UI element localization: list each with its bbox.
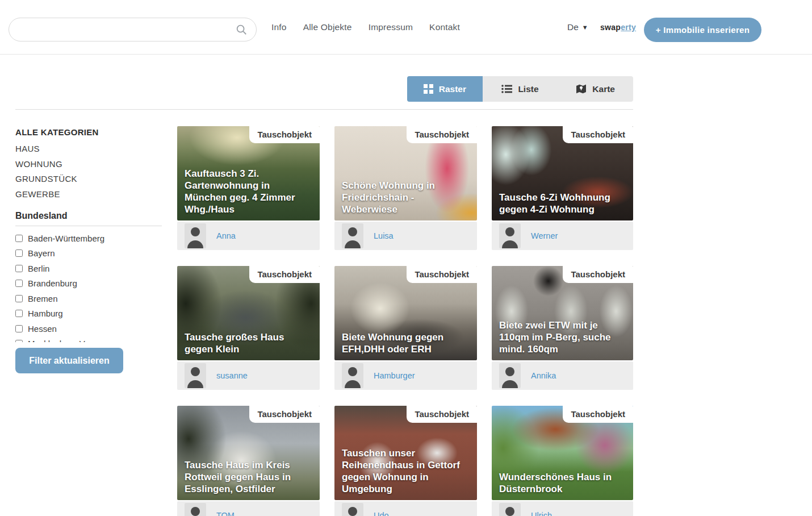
sidebar-item-grundstueck[interactable]: GRUNDSTÜCK [15, 172, 162, 187]
property-title: Biete Wohnung gegen EFH,DHH oder ERH [334, 331, 477, 360]
card-footer: susanne [177, 361, 320, 390]
nav-info[interactable]: Info [271, 22, 287, 32]
property-photo[interactable]: Tauschobjekt Kauftausch 3 Zi. Gartenwohn… [177, 126, 320, 220]
property-title: Tausche 6-Zi Wohhnung gegen 4-Zi Wohnung [492, 192, 633, 220]
username-link[interactable]: Anna [216, 231, 236, 240]
grid-icon [424, 84, 433, 94]
state-checkbox[interactable] [15, 265, 23, 272]
username-link[interactable]: Werner [531, 231, 558, 240]
search-input[interactable] [9, 18, 257, 41]
state-row: Bremen [15, 291, 162, 306]
nav-kontakt[interactable]: Kontakt [429, 22, 460, 32]
state-row: Mecklenburg-Vorpommern [15, 336, 162, 343]
property-title: Schöne Wohnung in Friedrichshain - Weber… [334, 180, 477, 220]
tab-karte[interactable]: Karte [558, 76, 633, 102]
status-badge: Tauschobjekt [249, 266, 320, 283]
card-footer: Annika [492, 361, 633, 390]
state-label: Baden-Württemberg [28, 234, 104, 243]
card-footer: Werner [492, 222, 633, 250]
language-dropdown[interactable]: De ▼ [567, 0, 588, 55]
property-photo[interactable]: Tauschobjekt Biete Wohnung gegen EFH,DHH… [334, 266, 477, 360]
state-checkbox[interactable] [15, 249, 23, 257]
property-card: Tauschobjekt Wunderschönes Haus in Düste… [492, 406, 633, 516]
sidebar-item-wohnung[interactable]: WOHNUNG [15, 157, 162, 172]
state-label: Brandenburg [28, 278, 77, 288]
username-link[interactable]: susanne [216, 371, 248, 380]
username-link[interactable]: TOM [216, 511, 235, 516]
card-footer: Luisa [334, 222, 477, 250]
status-badge: Tauschobjekt [563, 266, 633, 283]
property-photo[interactable]: Tauschobjekt Biete zwei ETW mit je 110qm… [492, 266, 633, 360]
state-label: Hessen [28, 324, 57, 334]
sidebar-item-haus[interactable]: HAUS [15, 142, 162, 157]
view-toggle: Raster Liste Karte [407, 76, 633, 102]
header: Info Alle Objekte Impressum Kontakt De ▼… [0, 0, 812, 55]
user-avatar-icon [185, 503, 206, 516]
user-avatar-icon [342, 223, 363, 248]
property-card: Tauschobjekt Tausche großes Haus gegen K… [177, 266, 320, 390]
user-avatar-icon [342, 363, 363, 388]
username-link[interactable]: Ulrich [531, 511, 552, 516]
state-checkbox[interactable] [15, 280, 23, 287]
state-checkbox[interactable] [15, 295, 23, 302]
categories-title: ALLE KATEGORIEN [15, 127, 162, 137]
tab-liste[interactable]: Liste [483, 76, 558, 102]
username-link[interactable]: Hamburger [374, 371, 415, 380]
status-badge: Tauschobjekt [407, 406, 477, 423]
property-title: Tauschen unser Reihenendhaus in Gettorf … [334, 447, 477, 500]
tab-raster[interactable]: Raster [407, 76, 483, 102]
username-link[interactable]: Annika [531, 371, 556, 380]
property-title: Tausche Haus im Kreis Rottweil gegen Hau… [177, 459, 320, 500]
user-avatar-icon [342, 503, 363, 516]
state-label: Bremen [28, 294, 58, 303]
logo-text-dark: swap [600, 23, 621, 32]
filter-update-button[interactable]: Filter aktualisieren [15, 348, 123, 373]
property-photo[interactable]: Tauschobjekt Tausche 6-Zi Wohhnung gegen… [492, 126, 633, 220]
status-badge: Tauschobjekt [407, 126, 477, 143]
username-link[interactable]: Luisa [374, 231, 394, 240]
property-photo[interactable]: Tauschobjekt Tausche großes Haus gegen K… [177, 266, 320, 360]
property-photo[interactable]: Tauschobjekt Tauschen unser Reihenendhau… [334, 406, 477, 500]
logo[interactable]: swaperty [600, 0, 636, 55]
property-photo[interactable]: Tauschobjekt Wunderschönes Haus in Düste… [492, 406, 633, 500]
property-title: Biete zwei ETW mit je 110qm im P-Berg, s… [492, 319, 633, 360]
map-icon [576, 84, 587, 94]
property-card: Tauschobjekt Biete Wohnung gegen EFH,DHH… [334, 266, 477, 390]
state-checkbox-list: Baden-Württemberg Bayern Berlin Brandenb… [15, 231, 162, 342]
property-card: Tauschobjekt Tauschen unser Reihenendhau… [334, 406, 477, 516]
card-footer: TOM [177, 501, 320, 516]
user-avatar-icon [499, 223, 521, 248]
nav-alle-objekte[interactable]: Alle Objekte [303, 22, 352, 32]
state-row: Brandenburg [15, 276, 162, 292]
state-checkbox[interactable] [15, 340, 23, 342]
state-label: Hamburg [28, 309, 63, 318]
results-grid: Tauschobjekt Kauftausch 3 Zi. Gartenwohn… [177, 126, 633, 516]
status-badge: Tauschobjekt [563, 126, 633, 143]
property-photo[interactable]: Tauschobjekt Tausche Haus im Kreis Rottw… [177, 406, 320, 500]
property-title: Wunderschönes Haus in Düsternbrook [492, 471, 633, 500]
user-avatar-icon [185, 223, 206, 248]
state-checkbox[interactable] [15, 310, 23, 317]
property-card: Tauschobjekt Tausche 6-Zi Wohhnung gegen… [492, 126, 633, 250]
property-title: Kauftausch 3 Zi. Gartenwohnung in Münche… [177, 168, 320, 220]
page: Info Alle Objekte Impressum Kontakt De ▼… [0, 0, 812, 516]
nav-impressum[interactable]: Impressum [369, 22, 413, 32]
tab-liste-label: Liste [518, 84, 538, 94]
username-link[interactable]: Udo [374, 511, 389, 516]
state-row: Berlin [15, 261, 162, 276]
property-card: Tauschobjekt Biete zwei ETW mit je 110qm… [492, 266, 633, 390]
property-title: Tausche großes Haus gegen Klein [177, 331, 320, 360]
state-checkbox[interactable] [15, 325, 23, 332]
search-icon[interactable] [235, 23, 248, 36]
state-row: Hessen [15, 321, 162, 336]
state-checkbox[interactable] [15, 235, 23, 242]
sidebar-item-gewerbe[interactable]: GEWERBE [15, 187, 162, 202]
user-avatar-icon [185, 363, 206, 388]
property-card: Tauschobjekt Schöne Wohnung in Friedrich… [334, 126, 477, 250]
state-label: Berlin [28, 264, 49, 273]
insert-property-button[interactable]: + Immobilie inserieren [644, 18, 761, 42]
property-photo[interactable]: Tauschobjekt Schöne Wohnung in Friedrich… [334, 126, 477, 220]
card-footer: Udo [334, 501, 477, 516]
state-row: Baden-Württemberg [15, 231, 162, 246]
main-nav: Info Alle Objekte Impressum Kontakt [271, 0, 460, 55]
